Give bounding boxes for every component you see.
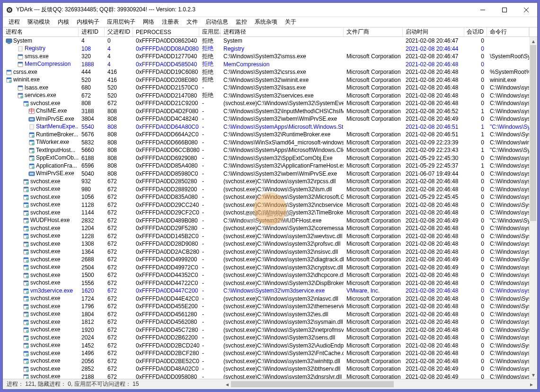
table-row[interactable]: 中ChsIME.exe31888080xFFFFDA0DD4D2F080-C:\…	[3, 107, 529, 116]
process-icon	[23, 311, 29, 318]
cell-name: MemCompression	[3, 61, 79, 68]
col-path[interactable]: 进程路径	[221, 27, 344, 36]
table-row[interactable]: svchost.exe15006720xFFFFDA0DD44352C0-(sv…	[3, 271, 529, 279]
table-row[interactable]: svchost.exe14526720xFFFFDA0DD2BCD240-(sv…	[3, 342, 529, 350]
process-icon	[6, 38, 12, 45]
hscroll-left-button[interactable]: ◂	[223, 380, 231, 388]
app-icon	[6, 6, 13, 14]
close-button[interactable]	[515, 3, 537, 17]
col-time[interactable]: 启动时间	[403, 27, 464, 36]
cell-al: -	[199, 84, 221, 91]
table-row[interactable]: svchost.exe26886720xFFFFDA0DD4999200-(sv…	[3, 256, 529, 264]
table-row[interactable]: svchost.exe9806720xFFFFDA0DD2889200-(svc…	[3, 186, 529, 194]
cell-vendor: Microsoft Corporation	[344, 139, 403, 146]
cell-pe: 0xFFFFDA0DD21570C0	[133, 84, 199, 91]
menu-misc[interactable]: 系统杂项	[251, 17, 281, 27]
col-cmd[interactable]: 命令行	[487, 27, 529, 36]
col-peprocess[interactable]: PEPROCESS	[133, 27, 199, 36]
table-row[interactable]: svchost.exe20246720xFFFFDA0DD2B62200-(sv…	[3, 334, 529, 342]
col-name[interactable]: 进程名	[3, 27, 79, 36]
table-row[interactable]: SppExtComOb...61888080xFFFFDA0DD6929080-…	[3, 154, 529, 162]
titlebar[interactable]: YDArk --- 反馈QQ: 3269334485; QQ群: 3993092…	[3, 3, 537, 17]
table-row[interactable]: ApplicationFra...65968080xFFFFDA0DD85A40…	[3, 162, 529, 170]
menu-network[interactable]: 网络	[139, 17, 158, 27]
col-applayer[interactable]: 应用层...	[199, 27, 221, 36]
table-row[interactable]: svchost.exe25046720xFFFFDA0DD49972C0-(sv…	[3, 264, 529, 272]
menu-monitor[interactable]: 监控	[232, 17, 251, 27]
table-row[interactable]: svchost.exe12046720xFFFFDA0DD29F5280-(sv…	[3, 224, 529, 232]
table-row[interactable]: vm3dservice.exe16206720xFFFFDA0DD447C200…	[3, 287, 529, 295]
minimize-button[interactable]	[472, 3, 494, 17]
menu-kernel-hook[interactable]: 内核钩子	[73, 17, 103, 27]
table-row[interactable]: svchost.exe13646720xFFFFDA0DD2ACB280-(sv…	[3, 248, 529, 256]
table-row[interactable]: svchost.exe17966720xFFFFDA0DD455E200-(sv…	[3, 303, 529, 311]
cell-al: -	[199, 139, 221, 146]
table-row[interactable]: svchost.exe18046720xFFFFDA0DD4561280-(sv…	[3, 311, 529, 319]
cell-pid: 1620	[79, 287, 105, 294]
table-row[interactable]: lsass.exe6805200xFFFFDA0DD21570C0-C:\Win…	[3, 84, 529, 92]
table-row[interactable]: TiWorker.exe58328080xFFFFDA0DD666B080-C:…	[3, 139, 529, 147]
menu-driver[interactable]: 驱动模块	[24, 17, 54, 27]
col-vendor[interactable]: 文件厂商	[344, 27, 403, 36]
table-row[interactable]: svchost.exe13086720xFFFFDA0DD28D9080-(sv…	[3, 240, 529, 248]
table-row[interactable]: svchost.exe18126720xFFFFDA0DD4562080-(sv…	[3, 318, 529, 326]
table-row[interactable]: svchost.exe12286720xFFFFDA0DD145B2C0-(sv…	[3, 232, 529, 241]
scroll-down-button[interactable]: ▾	[529, 371, 537, 379]
menu-file[interactable]: 文件	[183, 17, 202, 27]
menu-app-hook[interactable]: 应用层钩子	[103, 17, 139, 27]
table-row[interactable]: svchost.exe9326720xFFFFDA0DD2850280-(svc…	[3, 178, 529, 186]
table-row[interactable]: svchost.exe20566720xFFFFDA0DD2BE52C0-(sv…	[3, 357, 529, 365]
menu-kernel[interactable]: 内核	[54, 17, 73, 27]
table-row[interactable]: csrss.exe4444160xFFFFDA0DD19C6080拒绝C:\Wi…	[3, 68, 529, 76]
hscroll-right-button[interactable]: ▸	[527, 380, 535, 388]
scroll-track[interactable]	[529, 45, 537, 371]
table-row[interactable]: svchost.exe8086720xFFFFDA0DD21C9200-(svc…	[3, 99, 529, 107]
table-row[interactable]: svchost.exe17246720xFFFFDA0DD44E42C0-(sv…	[3, 295, 529, 303]
maximize-button[interactable]	[494, 3, 515, 17]
table-row[interactable]: svchost.exe28526720xFFFFDA0DD48A02C0-(sv…	[3, 365, 529, 373]
table-row[interactable]: Registry10840xFFFFDA0DD08AD080拒绝Registry…	[3, 45, 529, 53]
table-row[interactable]: MemCompression188840xFFFFDA0DD4585040拒绝M…	[3, 61, 529, 69]
table-row[interactable]: svchost.exe15566720xFFFFDA0DD44722C0-(sv…	[3, 279, 529, 287]
cell-cmd: C:\Windows\Syste	[487, 342, 529, 349]
menu-process[interactable]: 进程	[5, 17, 24, 27]
col-pid[interactable]: 进程ID	[79, 27, 105, 36]
scroll-thumb[interactable]	[530, 45, 536, 221]
menu-startup[interactable]: 启动信息	[202, 17, 232, 27]
table-row[interactable]: services.exe6725200xFFFFDA0DD2147080拒绝C:…	[3, 92, 529, 100]
cell-sid: 0	[464, 350, 487, 356]
table-row[interactable]: svchost.exe14966720xFFFFDA0DD2BCF280-(sv…	[3, 349, 529, 357]
table-row[interactable]: RuntimeBroker...56768080xFFFFDA0DD664A2C…	[3, 131, 529, 139]
cell-al: -	[199, 358, 221, 365]
col-sid[interactable]: 会话ID	[464, 27, 487, 36]
table-row[interactable]: svchost.exe21886720xFFFFDA0DD0958080-(sv…	[3, 373, 529, 379]
table-row[interactable]: svchost.exe11446720xFFFFDA0DD29CF2C0-(sv…	[3, 209, 529, 217]
menu-registry[interactable]: 注册表	[158, 17, 183, 27]
process-icon	[23, 264, 29, 271]
cell-cmd: C:\Windows\syste	[487, 334, 529, 341]
process-icon	[23, 272, 29, 279]
cell-cmd: C:\Windows\syste	[487, 194, 529, 200]
hscroll-track[interactable]	[231, 380, 527, 388]
table-row[interactable]: svchost.exe11286720xFFFFDA0DD29CC240-(sv…	[3, 201, 529, 209]
hscroll-thumb[interactable]	[231, 381, 394, 387]
cell-time: 2021-02-08 20:46:51	[403, 124, 464, 130]
rows-container[interactable]: System400xFFFFDA0DD0862040拒绝System2021-0…	[3, 37, 529, 379]
table-row[interactable]: System400xFFFFDA0DD0862040拒绝System2021-0…	[3, 37, 529, 45]
menu-about[interactable]: 关于	[281, 17, 300, 27]
cell-path: (svchost.exe)C:\Windows\system32\rpcss.d…	[221, 178, 344, 185]
table-row[interactable]: wininit.exe5204160xFFFFDA0DD208E080拒绝C:\…	[3, 76, 529, 84]
table-row[interactable]: smss.exe32040xFFFFDA0DD1277040拒绝C:\Windo…	[3, 53, 529, 61]
scroll-up-button[interactable]: ▴	[529, 37, 537, 45]
table-row[interactable]: svchost.exe10566720xFFFFDA0DD835A080-(sv…	[3, 193, 529, 201]
cell-sid: 0	[464, 365, 487, 372]
table-row[interactable]: svchost.exe19206720xFFFFDA0DD45C7280-(sv…	[3, 326, 529, 334]
table-row[interactable]: WmiPrvSE.exe38048080xFFFFDA0DD4C48240-C:…	[3, 115, 529, 123]
table-row[interactable]: WmiPrvSE.exe50408080xFFFFDA0DD85980C0-C:…	[3, 170, 529, 178]
col-ppid[interactable]: 父进程ID	[105, 27, 133, 36]
table-row[interactable]: StartMenuExpe...55408080xFFFFDA0DD64A80C…	[3, 123, 529, 131]
horizontal-scrollbar[interactable]: ◂ ▸	[223, 380, 535, 388]
vertical-scrollbar[interactable]: ▴ ▾	[529, 37, 537, 379]
table-row[interactable]: WUDFHost.exe28326720xFFFFDA0DD489B080-C:…	[3, 217, 529, 225]
table-row[interactable]: TextInputHost...56608080xFFFFDA0DD6CCB08…	[3, 146, 529, 154]
